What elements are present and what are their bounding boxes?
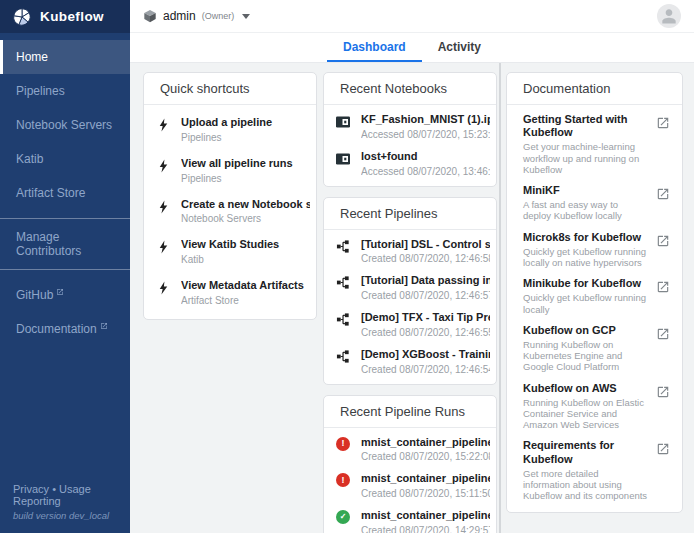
pipeline-created: Created 08/07/2020, 12:46:57 xyxy=(361,290,490,301)
tab-activity[interactable]: Activity xyxy=(422,33,497,62)
external-link-icon[interactable] xyxy=(656,442,670,456)
run-title: mnist_container_pipeline run xyxy=(361,509,490,523)
sidebar-item-katib[interactable]: Katib xyxy=(0,142,130,176)
doc-link-minikube[interactable]: Minikube for Kubeflow Quickly get Kubefl… xyxy=(507,273,682,320)
doc-title: Kubeflow on AWS xyxy=(523,382,648,395)
sidebar-item-github[interactable]: GitHub xyxy=(0,278,130,312)
card-title: Recent Pipelines xyxy=(324,198,496,230)
shortcut-title: View Katib Studies xyxy=(181,238,310,252)
doc-link-getting-started[interactable]: Getting Started with Kubeflow Get your m… xyxy=(507,109,682,180)
run-status-error-icon xyxy=(336,437,350,451)
doc-link-kubeflow-aws[interactable]: Kubeflow on AWS Running Kubeflow on Elas… xyxy=(507,378,682,436)
shortcut-subtitle: Pipelines xyxy=(181,173,310,184)
notebook-accessed: Accessed 08/07/2020, 15:23:05 xyxy=(361,129,490,140)
notebook-accessed: Accessed 08/07/2020, 13:46:37 xyxy=(361,166,490,177)
tab-bar: Dashboard Activity xyxy=(130,33,694,63)
shortcut-title: View Metadata Artifacts xyxy=(181,279,310,293)
doc-link-microk8s[interactable]: Microk8s for Kubeflow Quickly get Kubefl… xyxy=(507,227,682,274)
bolt-icon xyxy=(154,239,172,255)
logo[interactable]: Kubeflow xyxy=(0,0,130,33)
doc-title: Requirements for Kubeflow xyxy=(523,439,648,465)
shortcut-subtitle: Notebook Servers xyxy=(181,213,310,224)
external-link-icon[interactable] xyxy=(656,234,670,248)
doc-desc: Running Kubeflow on Elastic Container Se… xyxy=(523,397,648,431)
quick-shortcuts-card: Quick shortcuts Upload a pipeline Pipeli… xyxy=(143,72,317,320)
sidebar-item-label: Notebook Servers xyxy=(16,118,112,132)
doc-desc: Get more detailed information about usin… xyxy=(523,468,648,502)
pipeline-title: [Demo] TFX - Taxi Tip Prediction Model .… xyxy=(361,311,490,325)
doc-title: MiniKF xyxy=(523,184,648,197)
pipeline-row[interactable]: [Tutorial] DSL - Control structures Crea… xyxy=(324,233,496,270)
main-area: admin (Owner) Dashboard Activity Quick s… xyxy=(130,0,694,533)
sidebar-item-notebook-servers[interactable]: Notebook Servers xyxy=(0,108,130,142)
doc-title: Minikube for Kubeflow xyxy=(523,277,648,290)
recent-pipeline-runs-card: Recent Pipeline Runs mnist_container_pip… xyxy=(323,395,497,533)
namespace-selector[interactable]: admin (Owner) xyxy=(143,9,250,23)
build-version: build version dev_local xyxy=(13,510,117,521)
sidebar-item-label: Documentation xyxy=(16,322,97,336)
external-link-icon xyxy=(100,322,108,330)
doc-desc: Quickly get Kubeflow running locally on … xyxy=(523,246,648,268)
shortcut-view-katib-studies[interactable]: View Katib Studies Katib xyxy=(144,231,316,272)
pipeline-created: Created 08/07/2020, 12:46:54 xyxy=(361,364,490,375)
documentation-card: Documentation Getting Started with Kubef… xyxy=(506,72,683,513)
shortcut-title: View all pipeline runs xyxy=(181,157,310,171)
bolt-icon xyxy=(154,199,172,215)
shortcut-subtitle: Pipelines xyxy=(181,132,310,143)
sidebar-item-documentation[interactable]: Documentation xyxy=(0,312,130,346)
tab-dashboard[interactable]: Dashboard xyxy=(327,33,422,62)
external-link-icon[interactable] xyxy=(656,187,670,201)
notebook-icon xyxy=(334,151,352,167)
shortcut-view-pipeline-runs[interactable]: View all pipeline runs Pipelines xyxy=(144,150,316,191)
sidebar-item-manage-contributors[interactable]: Manage Contributors xyxy=(0,227,130,261)
tab-label: Dashboard xyxy=(343,40,406,54)
sidebar: Kubeflow Home Pipelines Notebook Servers… xyxy=(0,0,130,533)
pipeline-icon xyxy=(334,349,352,364)
kubeflow-dashboard: Kubeflow Home Pipelines Notebook Servers… xyxy=(0,0,694,533)
column-documentation: Documentation Getting Started with Kubef… xyxy=(506,72,683,513)
pipeline-row[interactable]: [Tutorial] Data passing in python comp..… xyxy=(324,269,496,306)
namespace-cube-icon xyxy=(143,9,157,23)
doc-link-requirements[interactable]: Requirements for Kubeflow Get more detai… xyxy=(507,435,682,506)
sidebar-divider xyxy=(0,269,130,270)
pipeline-row[interactable]: [Demo] XGBoost - Training with Confusi..… xyxy=(324,343,496,380)
doc-link-kubeflow-gcp[interactable]: Kubeflow on GCP Running Kubeflow on Kube… xyxy=(507,320,682,378)
shortcut-title: Upload a pipeline xyxy=(181,116,310,130)
sidebar-item-label: Katib xyxy=(16,152,43,166)
shortcut-subtitle: Katib xyxy=(181,254,310,265)
scrollbar[interactable] xyxy=(499,63,501,533)
notebook-row[interactable]: KF_Fashion_MNIST (1).ipynb Accessed 08/0… xyxy=(324,108,496,145)
sidebar-item-label: GitHub xyxy=(16,288,53,302)
external-link-icon[interactable] xyxy=(656,116,670,130)
recent-pipelines-card: Recent Pipelines [Tutorial] DSL - Contro… xyxy=(323,197,497,385)
doc-link-minikf[interactable]: MiniKF A fast and easy way to deploy Kub… xyxy=(507,180,682,227)
shortcut-upload-pipeline[interactable]: Upload a pipeline Pipelines xyxy=(144,109,316,150)
external-link-icon[interactable] xyxy=(656,280,670,294)
run-title: mnist_container_pipeline run xyxy=(361,472,490,486)
pipeline-row[interactable]: [Demo] TFX - Taxi Tip Prediction Model .… xyxy=(324,306,496,343)
sidebar-item-artifact-store[interactable]: Artifact Store xyxy=(0,176,130,210)
external-link-icon[interactable] xyxy=(656,385,670,399)
notebook-row[interactable]: lost+found Accessed 08/07/2020, 13:46:37 xyxy=(324,145,496,182)
run-row[interactable]: mnist_container_pipeline run Created 08/… xyxy=(324,504,496,533)
doc-desc: A fast and easy way to deploy Kubeflow l… xyxy=(523,199,648,221)
privacy-link[interactable]: Privacy xyxy=(13,483,49,495)
pipeline-title: [Tutorial] Data passing in python comp..… xyxy=(361,274,490,288)
run-status-success-icon xyxy=(336,510,350,524)
notebook-icon xyxy=(334,114,352,130)
shortcut-view-metadata-artifacts[interactable]: View Metadata Artifacts Artifact Store xyxy=(144,272,316,313)
namespace-name: admin xyxy=(163,9,196,23)
sidebar-item-pipelines[interactable]: Pipelines xyxy=(0,74,130,108)
pipeline-icon xyxy=(334,275,352,290)
run-title: mnist_container_pipeline run xyxy=(361,436,490,450)
sidebar-nav: Home Pipelines Notebook Servers Katib Ar… xyxy=(0,40,130,346)
column-recent-activity: Recent Notebooks KF_Fashion_MNIST (1).ip… xyxy=(323,72,497,533)
avatar[interactable] xyxy=(657,4,681,28)
external-link-icon[interactable] xyxy=(656,327,670,341)
shortcut-create-notebook-server[interactable]: Create a new Notebook server Notebook Se… xyxy=(144,191,316,232)
run-row[interactable]: mnist_container_pipeline run Created 08/… xyxy=(324,467,496,504)
doc-title: Getting Started with Kubeflow xyxy=(523,113,648,139)
sidebar-item-home[interactable]: Home xyxy=(0,40,130,74)
run-row[interactable]: mnist_container_pipeline run Created 08/… xyxy=(324,431,496,468)
bolt-icon xyxy=(154,158,172,174)
